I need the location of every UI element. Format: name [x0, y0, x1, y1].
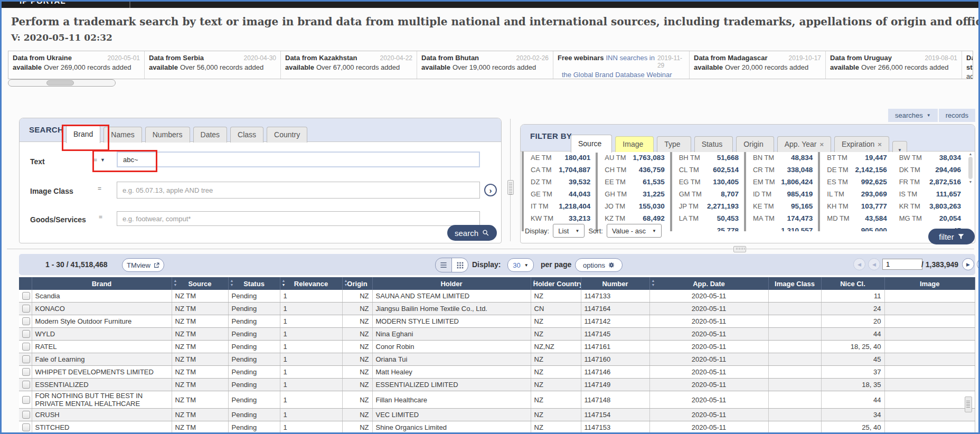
filter-source-cell[interactable]: DK TM 294,496	[892, 164, 966, 176]
column-header-number[interactable]: Number	[581, 277, 649, 290]
horizontal-splitter[interactable]	[7, 249, 974, 249]
table-row[interactable]: WHIPPET DEVELOPMENTS LIMITED NZ TM Pendi…	[19, 366, 975, 379]
select-all-header[interactable]	[19, 277, 32, 290]
filter-source-cell[interactable]: KH TM 103,777	[818, 200, 892, 212]
row-checkbox[interactable]	[22, 317, 30, 325]
filter-tab[interactable]: App. Year ×	[777, 136, 831, 152]
filter-source-cell[interactable]: CR TM 338,048	[744, 164, 818, 176]
search-button[interactable]: search	[447, 225, 497, 241]
row-checkbox[interactable]	[22, 368, 30, 376]
search-tab[interactable]: Class	[230, 127, 263, 143]
tmview-button[interactable]: TMview	[122, 258, 164, 272]
sort-icon[interactable]: ▲▼	[344, 279, 348, 287]
filter-source-cell[interactable]: GM TM 8,707	[670, 188, 744, 200]
search-tab[interactable]: Country	[267, 127, 307, 143]
ticker-scrollbar[interactable]	[8, 79, 116, 87]
column-header-app-date[interactable]: ▲▼App. Date	[649, 277, 768, 290]
column-header-brand[interactable]: Brand	[32, 277, 172, 290]
table-row[interactable]: Modern Style Outdoor Furniture NZ TM Pen…	[19, 315, 975, 328]
filter-source-cell[interactable]: BH TM 51,668	[670, 152, 744, 164]
search-tab[interactable]: Brand	[66, 125, 100, 143]
column-header-image-class[interactable]: Image Class	[768, 277, 821, 290]
row-checkbox[interactable]	[22, 411, 30, 419]
filter-source-cell[interactable]: IL TM 293,069	[818, 188, 892, 200]
page-number-input[interactable]	[882, 259, 922, 270]
previous-page-button[interactable]: ◀	[868, 258, 880, 270]
sort-icon[interactable]: ▲▼	[533, 279, 536, 287]
filter-source-cell[interactable]: GH TM 31,225	[596, 188, 670, 200]
filter-source-cell[interactable]: MA TM 174,473	[744, 212, 818, 224]
filter-source-cell[interactable]: MG TM 20,054	[892, 212, 966, 224]
filter-source-cell[interactable]: BW TM 38,034	[892, 152, 966, 164]
filter-tab[interactable]: Expiration ×	[834, 136, 889, 152]
ticker-scrollbar-thumb[interactable]	[46, 80, 74, 86]
column-header-holder-country[interactable]: ▲▼Holder Country	[531, 277, 581, 290]
filter-source-cell[interactable]: CL TM 602,514	[670, 164, 744, 176]
table-row[interactable]: RATEL NZ TM Pending 1 NZ Conor Robin NZ,…	[19, 341, 975, 353]
filter-tab[interactable]: Status	[694, 136, 733, 152]
filter-tab[interactable]: Type	[657, 136, 691, 152]
records-menu-button[interactable]: records	[939, 109, 975, 122]
filter-source-cell[interactable]: BN TM 48,834	[744, 152, 818, 164]
table-row[interactable]: KONACO NZ TM Pending 1 NZ Jiangsu Bailin…	[19, 303, 975, 315]
filter-tab[interactable]: Image	[615, 136, 654, 152]
row-checkbox[interactable]	[22, 343, 30, 351]
close-icon[interactable]: ×	[878, 137, 882, 152]
per-page-select[interactable]: 30 ▼	[507, 258, 534, 272]
sort-icon[interactable]: ▲▼	[652, 279, 655, 287]
news-link[interactable]: the Global Brand Database Webinar	[562, 71, 672, 79]
row-checkbox[interactable]	[22, 355, 30, 363]
table-row[interactable]: WYLD NZ TM Pending 1 NZ Nina Eghani NZ 1…	[19, 328, 975, 341]
display-mode-select[interactable]: List ▼	[553, 224, 585, 238]
filter-source-cell[interactable]: CH TM 436,759	[596, 164, 670, 176]
column-header-status[interactable]: ▲▼Status	[228, 277, 280, 290]
filter-source-cell[interactable]: EM TM 1,806,424	[744, 176, 818, 188]
filter-source-cell[interactable]: IT TM 1,218,404	[522, 200, 596, 212]
column-header-relevance[interactable]: ▲▼Relevance	[280, 277, 342, 290]
filter-source-cell[interactable]: DZ TM 39,532	[522, 176, 596, 188]
grid-view-button[interactable]	[451, 258, 468, 272]
row-checkbox[interactable]	[22, 292, 30, 300]
filter-source-cell[interactable]: DE TM 2,142,156	[818, 164, 892, 176]
column-header-source[interactable]: ▲▼Source	[172, 277, 228, 290]
filter-grid-scrollbar[interactable]: ▲▼	[967, 152, 974, 224]
filter-source-cell[interactable]: KR TM 3,803,263	[892, 200, 966, 212]
horizontal-splitter-grip[interactable]	[733, 246, 746, 252]
row-checkbox[interactable]	[22, 396, 30, 404]
options-button[interactable]: options	[575, 258, 623, 272]
filter-tab[interactable]: Source	[571, 135, 612, 153]
search-tab[interactable]: Numbers	[145, 127, 190, 143]
filter-source-cell[interactable]: JP TM 2,271,193	[670, 200, 744, 212]
brand-text-input[interactable]	[117, 152, 480, 167]
filter-tab[interactable]: Origin	[736, 136, 774, 152]
filter-button[interactable]: filter	[928, 229, 975, 244]
column-header-holder[interactable]: Holder	[372, 277, 531, 290]
filter-source-cell[interactable]: ID TM 985,419	[744, 188, 818, 200]
list-view-button[interactable]	[436, 258, 451, 272]
search-tab[interactable]: Dates	[193, 127, 228, 143]
table-row[interactable]: Fale of Learning NZ TM Pending 1 NZ Oria…	[19, 353, 975, 366]
goods-services-input[interactable]	[117, 211, 480, 226]
row-checkbox[interactable]	[22, 330, 30, 338]
filter-source-cell[interactable]: EE TM 61,535	[596, 176, 670, 188]
filter-source-cell[interactable]: GE TM 44,043	[522, 188, 596, 200]
filter-source-cell[interactable]: ES TM 992,625	[818, 176, 892, 188]
vertical-splitter-grip[interactable]	[507, 180, 514, 195]
filter-source-cell[interactable]: KE TM 95,165	[744, 200, 818, 212]
column-header-image[interactable]: Image	[884, 277, 975, 290]
first-page-button[interactable]: ◀	[853, 258, 865, 270]
sort-icon[interactable]: ▲▼	[174, 279, 177, 287]
sort-mode-select[interactable]: Value - asc ▼	[607, 224, 662, 238]
filter-source-cell[interactable]: CA TM 1,704,887	[522, 164, 596, 176]
column-header-nice-cl[interactable]: Nice Cl.	[821, 277, 884, 290]
row-checkbox[interactable]	[22, 381, 30, 389]
row-checkbox[interactable]	[22, 305, 30, 313]
filter-source-cell[interactable]: IS TM 111,657	[892, 188, 966, 200]
scrollbar-thumb[interactable]	[968, 157, 973, 179]
expand-image-class-button[interactable]: ›	[484, 184, 497, 196]
filter-source-cell[interactable]: AU TM 1,763,083	[596, 152, 670, 164]
next-page-button[interactable]: ▶	[962, 258, 974, 270]
filter-source-cell[interactable]: JO TM 155,030	[596, 200, 670, 212]
searches-menu-button[interactable]: searches ▼	[888, 109, 938, 122]
filter-source-cell[interactable]: LA TM 50,453	[670, 212, 744, 224]
